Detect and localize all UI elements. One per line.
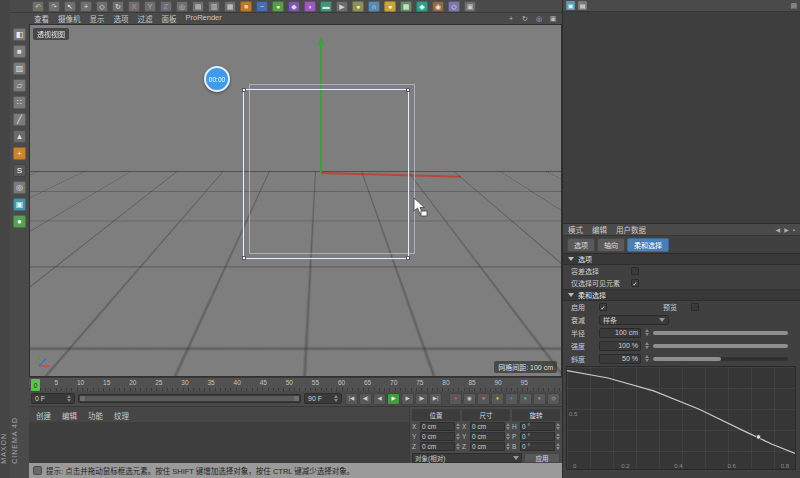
coordinate-input[interactable]: 0 cm <box>470 442 505 451</box>
mograph-icon[interactable]: ◆ <box>416 1 428 12</box>
prev-frame-button[interactable]: ◀ <box>373 393 386 405</box>
panel-menu-icon[interactable]: ▤ <box>790 2 797 10</box>
snap-icon[interactable]: S <box>13 164 26 177</box>
viewport-menu-item[interactable]: 过滤 <box>138 13 153 24</box>
x-axis-lock-icon[interactable]: X <box>128 1 140 12</box>
value-spinner[interactable] <box>506 433 510 440</box>
frame-spinner[interactable] <box>334 395 338 402</box>
attribute-tab[interactable]: 轴向 <box>597 238 625 252</box>
coordinate-input[interactable]: 0 ° <box>520 442 555 451</box>
scale-tool-icon[interactable]: ◇ <box>96 1 108 12</box>
goto-start-button[interactable]: |◀ <box>345 393 358 405</box>
spline-pen-icon[interactable]: ~ <box>256 1 268 12</box>
enable-axis-icon[interactable]: + <box>13 147 26 160</box>
slider-track[interactable] <box>653 331 788 335</box>
timeline-ruler[interactable]: 05101520253035404550556065707580859095 0 <box>29 377 562 391</box>
viewport-solo-icon[interactable]: ◎ <box>13 181 26 194</box>
options-section-header[interactable]: 选项 <box>563 253 800 265</box>
undo-icon[interactable]: ↶ <box>32 1 44 12</box>
record-keyframe-button[interactable]: ● <box>449 393 462 405</box>
value-spinner[interactable] <box>556 433 560 440</box>
value-spinner[interactable] <box>456 443 460 450</box>
falloff-dropdown[interactable]: 样条 <box>599 315 669 325</box>
option-checkbox[interactable]: ✓ <box>631 279 639 287</box>
current-frame-field[interactable]: 0 F <box>31 393 75 404</box>
lock-icon[interactable]: ▪ <box>793 227 795 233</box>
array-generator-icon[interactable]: ◆ <box>288 1 300 12</box>
render-view-icon[interactable]: ▤ <box>192 1 204 12</box>
subdivision-surface-icon[interactable]: ● <box>272 1 284 12</box>
cube-corner-handle[interactable] <box>242 256 246 260</box>
toggle-checkbox[interactable] <box>691 303 699 311</box>
value-spinner[interactable] <box>556 443 560 450</box>
polygons-mode-icon[interactable]: ▲ <box>13 130 26 143</box>
material-manager-menu[interactable]: 创建 <box>36 410 51 421</box>
viewport-menu-item[interactable]: 摄像机 <box>58 13 81 24</box>
end-frame-field[interactable]: 90 F <box>304 393 342 404</box>
keyframe-selection-button[interactable]: ◇ <box>547 393 560 405</box>
slider-value-input[interactable]: 50 % <box>599 354 641 364</box>
z-axis-lock-icon[interactable]: Z <box>160 1 172 12</box>
live-selection-icon[interactable]: ↖ <box>64 1 76 12</box>
light-object-icon[interactable]: ● <box>352 1 364 12</box>
rotate-tool-icon[interactable]: ↻ <box>112 1 124 12</box>
falloff-curve-svg[interactable] <box>567 367 795 459</box>
record-pla-button[interactable]: ● <box>533 393 546 405</box>
y-axis-lock-icon[interactable]: Y <box>144 1 156 12</box>
value-spinner[interactable] <box>556 423 560 430</box>
viewport-menu-item[interactable]: 选项 <box>114 13 129 24</box>
falloff-curve-panel[interactable]: 0.5 00.20.40.60.8 <box>566 366 796 470</box>
cube-corner-handle[interactable] <box>242 88 246 92</box>
orbit-view-icon[interactable]: ↻ <box>520 15 530 23</box>
coordinate-input[interactable]: 0 cm <box>470 422 505 431</box>
texture-mode-icon[interactable]: ▨ <box>13 62 26 75</box>
object-manager-filter-icon[interactable]: ▤ <box>578 1 587 10</box>
slider-value-input[interactable]: 100 cm <box>599 328 641 338</box>
material-manager-menu[interactable]: 功能 <box>88 410 103 421</box>
environment-object-icon[interactable]: ∩ <box>368 1 380 12</box>
xpresso-icon[interactable]: ▣ <box>464 1 476 12</box>
attribute-menu-item[interactable]: 模式 <box>568 224 583 235</box>
play-button[interactable]: ▶ <box>387 393 400 405</box>
slider-value-input[interactable]: 100 % <box>599 341 641 351</box>
zoom-view-icon[interactable]: ◎ <box>534 15 544 23</box>
volume-builder-icon[interactable]: ▦ <box>400 1 412 12</box>
viewport-menu-item[interactable]: ProRender <box>186 13 222 24</box>
next-key-button[interactable]: |▶ <box>415 393 428 405</box>
model-mode-icon[interactable]: ■ <box>13 45 26 58</box>
simulate-icon[interactable]: ◉ <box>432 1 444 12</box>
redo-icon[interactable]: ↷ <box>48 1 60 12</box>
object-manager-tab-icon[interactable]: ▣ <box>566 1 575 10</box>
cube-corner-handle[interactable] <box>406 88 410 92</box>
cube-primitive-icon[interactable]: ■ <box>240 1 252 12</box>
pan-view-icon[interactable]: + <box>506 15 516 23</box>
preview-range-slider[interactable] <box>78 394 301 403</box>
move-tool-icon[interactable]: + <box>80 1 92 12</box>
floor-object-icon[interactable]: ▬ <box>320 1 332 12</box>
record-parameter-button[interactable]: ● <box>519 393 532 405</box>
next-frame-button[interactable]: ▶ <box>401 393 414 405</box>
workplane-mode-icon[interactable]: ▱ <box>13 79 26 92</box>
slider-track[interactable] <box>653 344 788 348</box>
viewport-menu-item[interactable]: 显示 <box>90 13 105 24</box>
prev-key-button[interactable]: ◀| <box>359 393 372 405</box>
coordinate-input[interactable]: 0 cm <box>470 432 505 441</box>
tweak-mode-icon[interactable]: ▣ <box>13 198 26 211</box>
toggle-checkbox[interactable]: ✓ <box>599 303 607 311</box>
cube-corner-handle[interactable] <box>406 256 410 260</box>
viewport-menu-item[interactable]: 面板 <box>162 13 177 24</box>
value-spinner[interactable] <box>645 329 649 336</box>
coordinate-input[interactable]: 0 cm <box>420 432 455 441</box>
frame-spinner[interactable] <box>67 395 71 402</box>
current-frame-marker[interactable]: 0 <box>31 379 40 391</box>
autokey-button[interactable]: ◉ <box>463 393 476 405</box>
coordinate-input[interactable]: 0 ° <box>520 422 555 431</box>
soft-selection-section-header[interactable]: 柔和选择 <box>563 289 800 301</box>
apply-button[interactable]: 应用 <box>524 453 560 463</box>
coordinate-input[interactable]: 0 ° <box>520 432 555 441</box>
value-spinner[interactable] <box>506 423 510 430</box>
object-manager-body[interactable] <box>563 12 800 224</box>
record-rotation-button[interactable]: ● <box>505 393 518 405</box>
material-manager-menu[interactable]: 纹理 <box>114 410 129 421</box>
value-spinner[interactable] <box>506 443 510 450</box>
